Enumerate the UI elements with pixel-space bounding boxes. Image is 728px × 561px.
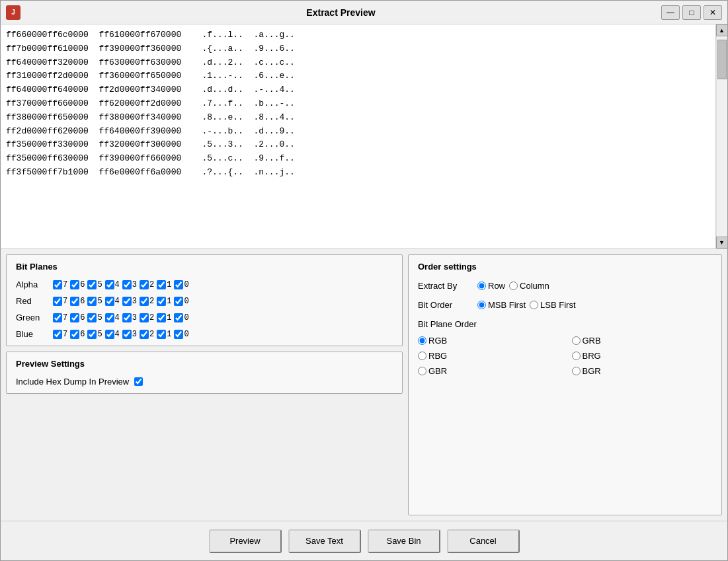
bit-plane-order-option-bgr[interactable]: BGR	[572, 366, 713, 376]
close-button[interactable]: ✕	[704, 5, 722, 20]
bit-plane-order-radio-grb[interactable]	[572, 336, 581, 345]
bit-checkbox-item[interactable]: 0	[174, 297, 188, 306]
extract-by-column-radio[interactable]	[509, 281, 518, 290]
bit-checkbox-item[interactable]: 6	[70, 313, 85, 322]
bit-checkbox-blue-0[interactable]	[174, 330, 183, 339]
bit-checkbox-blue-6[interactable]	[70, 330, 79, 339]
save-text-button[interactable]: Save Text	[288, 529, 361, 553]
bit-checkbox-green-5[interactable]	[87, 313, 97, 322]
lsb-first-option[interactable]: LSB First	[530, 300, 575, 310]
bit-checkbox-alpha-1[interactable]	[157, 280, 166, 289]
bit-checkbox-alpha-6[interactable]	[70, 280, 79, 289]
bit-checkbox-blue-2[interactable]	[140, 330, 149, 339]
bit-checkbox-item[interactable]: 5	[87, 280, 102, 289]
bit-checkbox-item[interactable]: 6	[70, 330, 85, 339]
bit-checkbox-green-3[interactable]	[122, 313, 132, 322]
bit-checkbox-alpha-2[interactable]	[140, 280, 149, 289]
bit-checkbox-item[interactable]: 4	[105, 330, 120, 339]
bit-checkbox-item[interactable]: 7	[53, 297, 67, 306]
bit-plane-order-radio-brg[interactable]	[572, 352, 581, 360]
bit-checkbox-green-2[interactable]	[140, 313, 149, 322]
msb-first-radio[interactable]	[477, 301, 486, 309]
bit-checkbox-item[interactable]: 0	[174, 313, 188, 322]
bit-plane-order-option-rgb[interactable]: RGB	[418, 336, 559, 346]
bit-checkbox-blue-7[interactable]	[53, 330, 62, 339]
scroll-down-button[interactable]: ▼	[716, 237, 728, 248]
include-hex-checkbox[interactable]	[134, 377, 143, 386]
bit-checkbox-red-6[interactable]	[70, 297, 79, 306]
cancel-button[interactable]: Cancel	[447, 529, 520, 553]
scroll-up-button[interactable]: ▲	[716, 24, 728, 36]
bit-checkbox-red-5[interactable]	[87, 297, 97, 306]
bit-checkbox-alpha-4[interactable]	[105, 280, 114, 289]
bit-checkbox-green-6[interactable]	[70, 313, 79, 322]
bit-plane-order-option-gbr[interactable]: GBR	[418, 366, 559, 376]
bit-checkbox-alpha-0[interactable]	[174, 280, 183, 289]
msb-first-option[interactable]: MSB First	[477, 300, 526, 310]
bit-checkbox-item[interactable]: 0	[174, 280, 188, 289]
extract-by-column-option[interactable]: Column	[509, 281, 549, 291]
scrollbar-track[interactable]	[717, 36, 727, 237]
bit-checkbox-red-2[interactable]	[140, 297, 149, 306]
bit-checkbox-red-0[interactable]	[174, 297, 183, 306]
bit-checkbox-green-0[interactable]	[174, 313, 183, 322]
bit-plane-order-option-grb[interactable]: GRB	[572, 336, 713, 346]
bit-checkbox-item[interactable]: 6	[70, 280, 85, 289]
bit-checkbox-item[interactable]: 1	[157, 330, 171, 339]
bit-checkbox-item[interactable]: 1	[157, 313, 171, 322]
bit-checkbox-item[interactable]: 3	[122, 297, 137, 306]
bit-checkbox-item[interactable]: 3	[122, 313, 137, 322]
bit-plane-order-radio-rgb[interactable]	[418, 336, 426, 345]
bit-checkbox-item[interactable]: 6	[70, 297, 85, 306]
bit-checkbox-alpha-3[interactable]	[122, 280, 132, 289]
preview-button[interactable]: Preview	[209, 529, 282, 553]
bit-checkbox-alpha-7[interactable]	[53, 280, 62, 289]
bit-checkbox-item[interactable]: 3	[122, 280, 137, 289]
bit-checkbox-item[interactable]: 7	[53, 280, 67, 289]
bit-checkbox-item[interactable]: 1	[157, 297, 171, 306]
bit-checkbox-item[interactable]: 2	[140, 330, 154, 339]
bit-checkbox-item[interactable]: 7	[53, 313, 67, 322]
bit-checkbox-green-7[interactable]	[53, 313, 62, 322]
scrollbar-thumb[interactable]	[717, 40, 727, 79]
bit-checkbox-green-1[interactable]	[157, 313, 166, 322]
bit-plane-order-label-gbr: GBR	[428, 366, 447, 376]
bit-checkbox-blue-5[interactable]	[87, 330, 97, 339]
hex-dump-scroll[interactable]: ff660000ff6c0000 ff610000ff670000 .f...l…	[1, 24, 715, 248]
bit-checkbox-item[interactable]: 4	[105, 297, 120, 306]
bit-checkbox-blue-3[interactable]	[122, 330, 132, 339]
bit-checkbox-item[interactable]: 7	[53, 330, 67, 339]
title-controls: — □ ✕	[661, 5, 722, 20]
save-bin-button[interactable]: Save Bin	[368, 529, 440, 553]
bit-plane-order-radio-bgr[interactable]	[572, 367, 581, 375]
bit-checkbox-green-4[interactable]	[105, 313, 114, 322]
maximize-button[interactable]: □	[682, 5, 701, 20]
bit-checkbox-item[interactable]: 3	[122, 330, 137, 339]
bit-checkbox-item[interactable]: 0	[174, 330, 188, 339]
bit-checkbox-red-1[interactable]	[157, 297, 166, 306]
bit-checkbox-item[interactable]: 4	[105, 313, 120, 322]
bit-checkbox-item[interactable]: 5	[87, 297, 102, 306]
bit-checkbox-item[interactable]: 2	[140, 297, 154, 306]
bit-checkbox-item[interactable]: 5	[87, 330, 102, 339]
extract-by-row-radio[interactable]	[477, 281, 486, 290]
bit-checkbox-blue-1[interactable]	[157, 330, 166, 339]
bit-checkbox-red-3[interactable]	[122, 297, 132, 306]
lsb-first-radio[interactable]	[530, 301, 538, 309]
bit-checkbox-red-7[interactable]	[53, 297, 62, 306]
bit-checkbox-item[interactable]: 4	[105, 280, 120, 289]
bit-plane-order-radio-rbg[interactable]	[418, 352, 426, 360]
bit-checkbox-item[interactable]: 1	[157, 280, 171, 289]
bit-checkbox-alpha-5[interactable]	[87, 280, 97, 289]
bit-checkbox-red-4[interactable]	[105, 297, 114, 306]
bit-checkbox-item[interactable]: 5	[87, 313, 102, 322]
minimize-button[interactable]: —	[661, 5, 680, 20]
extract-by-row-option[interactable]: Row	[477, 281, 505, 291]
bit-checkbox-blue-4[interactable]	[105, 330, 114, 339]
bit-checkbox-item[interactable]: 2	[140, 313, 154, 322]
bit-plane-order-option-brg[interactable]: BRG	[572, 351, 713, 361]
bit-plane-order-option-rbg[interactable]: RBG	[418, 351, 559, 361]
vertical-scrollbar[interactable]: ▲ ▼	[715, 24, 727, 248]
bit-checkbox-item[interactable]: 2	[140, 280, 154, 289]
bit-plane-order-radio-gbr[interactable]	[418, 367, 426, 375]
